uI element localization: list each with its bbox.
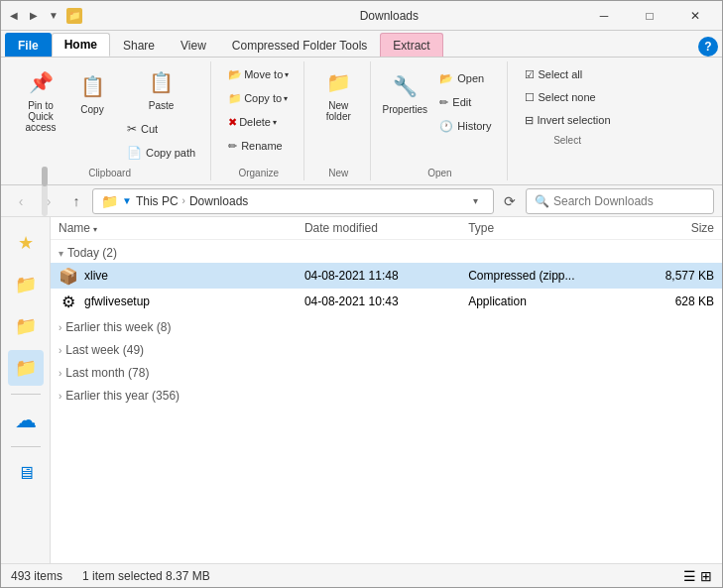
tab-home[interactable]: Home (52, 33, 110, 57)
file-list[interactable]: Name ▾ Date modified Type Size ▾ Today (… (51, 217, 722, 563)
col-header-type[interactable]: Type (468, 221, 632, 235)
group-chevron-earlier-week: › (59, 322, 61, 333)
search-icon: 🔍 (535, 194, 549, 208)
search-input[interactable] (553, 194, 705, 208)
title-bar-nav: ◀ ▶ ▼ (5, 7, 62, 25)
view-toggle: ☰ ⊞ (683, 568, 712, 584)
group-last-month[interactable]: › Last month (78) (51, 360, 722, 383)
file-row-gfwlivesetup[interactable]: ⚙ gfwlivesetup 04-08-2021 10:43 Applicat… (51, 289, 722, 314)
copy-button[interactable]: 📋 Copy (68, 63, 116, 123)
col-header-size[interactable]: Size (632, 221, 714, 235)
zip-file-icon: 📦 (59, 266, 78, 286)
select-group: ☑ Select all ☐ Select none ⊟ Invert sele… (510, 61, 626, 180)
file-row-xlive[interactable]: 📦 xlive 04-08-2021 11:48 Compressed (zip… (51, 263, 722, 289)
tab-share[interactable]: Share (110, 33, 168, 57)
group-last-week[interactable]: › Last week (49) (51, 337, 722, 360)
grid-view-button[interactable]: ⊞ (700, 568, 712, 584)
history-button[interactable]: 🕐 History (432, 115, 498, 137)
star-icon: ★ (18, 232, 34, 254)
invert-icon: ⊟ (525, 114, 534, 127)
file-date-gfwlivesetup: 04-08-2021 10:43 (304, 294, 468, 308)
move-dropdown-arrow: ▾ (285, 70, 289, 79)
back-button[interactable]: ‹ (9, 189, 33, 213)
file-date-xlive: 04-08-2021 11:48 (304, 269, 468, 283)
quick-access-forward[interactable]: ▶ (25, 7, 43, 25)
minimize-button[interactable]: ─ (581, 1, 627, 31)
file-list-header: Name ▾ Date modified Type Size (51, 217, 722, 240)
title-bar-left: ◀ ▶ ▼ 📁 (5, 7, 197, 25)
select-all-button[interactable]: ☑ Select all (518, 63, 618, 85)
properties-icon: 🔧 (391, 72, 419, 100)
copy-to-dropdown-arrow: ▾ (284, 94, 288, 103)
sidebar-item-onedrive[interactable]: ☁ (8, 403, 44, 438)
new-folder-icon: 📁 (324, 68, 352, 96)
select-none-button[interactable]: ☐ Select none (518, 86, 618, 108)
tab-compressed-folder-tools[interactable]: Compressed Folder Tools (219, 33, 381, 57)
quick-access-back[interactable]: ◀ (5, 7, 23, 25)
tab-extract[interactable]: Extract (380, 33, 442, 57)
list-view-button[interactable]: ☰ (683, 568, 696, 584)
address-segment-thispc[interactable]: This PC (136, 194, 179, 208)
toolbar: ‹ › ↑ 📁 ▼ This PC › Downloads ▾ ⟳ 🔍 (1, 185, 722, 217)
copy-path-button[interactable]: 📄 Copy path (120, 142, 202, 164)
clipboard-label: Clipboard (88, 168, 131, 178)
ribbon-content: 📌 Pin to Quickaccess 📋 Copy 📋 Paste (1, 57, 722, 184)
group-label-earlier-week: Earlier this week (8) (65, 320, 171, 334)
cut-button[interactable]: ✂ Cut (120, 118, 202, 140)
group-chevron-last-week: › (59, 345, 61, 356)
address-bar-folder-icon: 📁 (101, 193, 118, 209)
edit-button[interactable]: ✏ Edit (432, 91, 498, 113)
paste-button[interactable]: 📋 Paste (138, 63, 185, 116)
quick-access-dropdown[interactable]: ▼ (45, 7, 62, 25)
group-chevron-today: ▾ (59, 248, 63, 259)
sidebar-item-folder1[interactable]: 📁 (8, 267, 44, 302)
open-button[interactable]: 📂 Open (432, 67, 498, 89)
copy-small-icon: 📄 (127, 146, 142, 160)
file-type-xlive: Compressed (zipp... (468, 269, 632, 283)
move-to-button[interactable]: 📂 Move to ▾ (221, 63, 296, 85)
up-button[interactable]: ↑ (64, 189, 88, 213)
group-label-earlier-year: Earlier this year (356) (65, 389, 180, 403)
refresh-button[interactable]: ⟳ (498, 189, 522, 213)
sidebar-item-thispc[interactable]: 🖥 (8, 455, 44, 491)
new-folder-button[interactable]: 📁 Newfolder (314, 63, 362, 127)
select-all-icon: ☑ (525, 68, 535, 81)
search-box[interactable]: 🔍 (526, 188, 714, 214)
maximize-button[interactable]: □ (627, 1, 672, 31)
group-earlier-week[interactable]: › Earlier this week (8) (51, 314, 722, 337)
invert-selection-button[interactable]: ⊟ Invert selection (518, 109, 618, 131)
scissors-icon: ✂ (127, 122, 137, 136)
exe-file-icon: ⚙ (59, 292, 78, 311)
address-segment-downloads[interactable]: Downloads (189, 194, 248, 208)
group-earlier-year[interactable]: › Earlier this year (356) (51, 383, 722, 406)
paste-area: 📋 Paste ✂ Cut 📄 Copy path (120, 63, 202, 164)
address-dropdown-button[interactable]: ▾ (465, 191, 485, 211)
file-size-gfwlivesetup: 628 KB (632, 294, 714, 308)
open-group-label: Open (427, 168, 451, 178)
address-bar[interactable]: 📁 ▼ This PC › Downloads ▾ (92, 188, 494, 214)
rename-button[interactable]: ✏ Rename (221, 135, 296, 157)
pin-to-quick-access-button[interactable]: 📌 Pin to Quickaccess (17, 63, 64, 138)
open-group: 🔧 Properties 📂 Open ✏ Edit 🕐 (373, 61, 507, 180)
sidebar-item-downloads[interactable]: 📁 (8, 350, 44, 386)
group-today[interactable]: ▾ Today (2) (51, 240, 722, 263)
file-type-gfwlivesetup: Application (468, 294, 632, 308)
cloud-icon: ☁ (15, 408, 37, 433)
col-header-date[interactable]: Date modified (304, 221, 468, 235)
main-content: ★ 📁 📁 📁 ☁ 🖥 Name ▾ (1, 217, 722, 563)
pin-icon: 📌 (27, 68, 55, 96)
forward-button[interactable]: › (37, 189, 60, 213)
delete-button[interactable]: ✖ Delete ▾ (221, 111, 296, 133)
col-header-name[interactable]: Name ▾ (59, 221, 304, 235)
close-button[interactable]: ✕ (672, 1, 718, 31)
properties-button[interactable]: 🔧 Properties (381, 63, 428, 123)
edit-icon: ✏ (439, 96, 448, 109)
tab-file[interactable]: File (5, 33, 52, 57)
sidebar-item-quickaccess[interactable]: ★ (8, 225, 44, 261)
window-title: Downloads (197, 9, 581, 23)
tab-view[interactable]: View (168, 33, 219, 57)
copy-to-button[interactable]: 📁 Copy to ▾ (221, 87, 296, 109)
sidebar-item-folder2[interactable]: 📁 (8, 308, 44, 344)
help-button[interactable]: ? (698, 37, 718, 57)
folder-yellow2-icon: 📁 (15, 315, 37, 337)
